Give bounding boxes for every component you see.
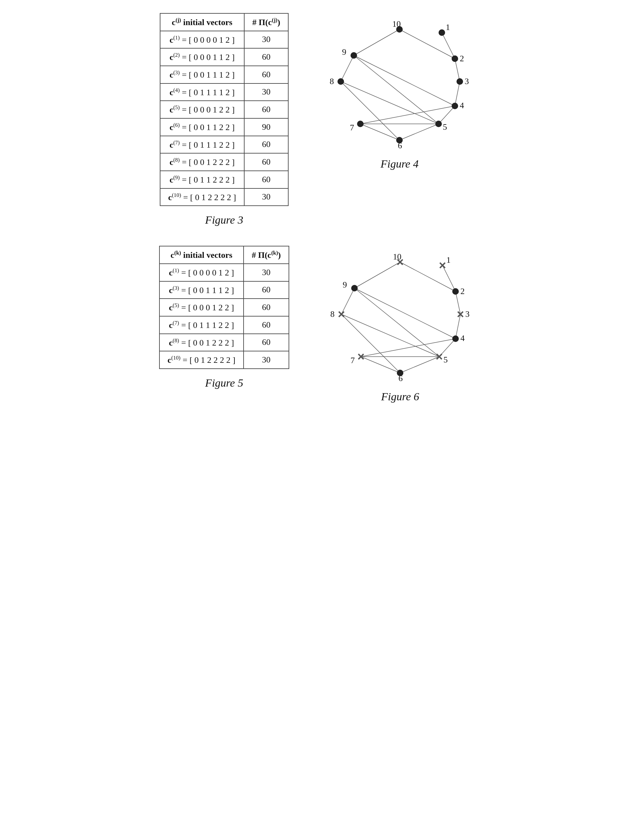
- f6-node-label-10: 10: [393, 252, 402, 262]
- fig3-row-2: c(3) = [ 0 0 1 1 1 2 ]60: [160, 66, 288, 83]
- node-label-3: 3: [465, 77, 469, 86]
- fig3-row-0: c(1) = [ 0 0 0 0 1 2 ]30: [160, 31, 288, 49]
- node-8: [337, 78, 344, 85]
- node-label-8: 8: [330, 77, 334, 86]
- edge-9-8: [341, 55, 354, 81]
- fig3-row-3: c(4) = [ 0 1 1 1 1 2 ]30: [160, 83, 288, 101]
- node-label-4: 4: [460, 101, 464, 110]
- f6-edge-9-4: [354, 288, 455, 339]
- f6-node-label-8: 8: [330, 309, 334, 319]
- figure6-svg: 1 2 3 4 5 6 7 8 9 10: [315, 246, 485, 383]
- node-label-1: 1: [446, 23, 450, 32]
- fig3-cell-vector-2: c(3) = [ 0 0 1 1 1 2 ]: [160, 66, 244, 83]
- node-2: [452, 55, 458, 62]
- fig5-cell-vector-0: c(1) = [ 0 0 0 0 1 2 ]: [159, 264, 244, 281]
- fig3-cell-count-7: 60: [244, 153, 288, 171]
- f6-edge-10-9: [354, 262, 400, 288]
- fig5-row-1: c(3) = [ 0 0 1 1 1 2 ]60: [159, 281, 289, 299]
- figure3-block: c(j) initial vectors # Π(c(j)) c(1) = [ …: [160, 13, 289, 226]
- fig3-cell-count-4: 60: [244, 101, 288, 118]
- fig5-row-4: c(8) = [ 0 0 1 2 2 2 ]60: [159, 334, 289, 351]
- fig3-col1-header: c(j) initial vectors: [160, 13, 244, 31]
- figure3-label: Figure 3: [205, 214, 243, 226]
- f6-edge-10-2: [400, 262, 455, 291]
- edge-8-5: [341, 81, 439, 124]
- f6-edge-6-5: [400, 357, 439, 373]
- edge-9-4: [354, 55, 455, 106]
- fig3-cell-vector-8: c(9) = [ 0 1 1 2 2 2 ]: [160, 171, 244, 188]
- fig5-col1-header: c(k) initial vectors: [159, 246, 244, 264]
- fig3-cell-vector-7: c(8) = [ 0 0 1 2 2 2 ]: [160, 153, 244, 171]
- fig3-cell-count-0: 30: [244, 31, 288, 49]
- f6-node-label-3: 3: [465, 309, 469, 319]
- edge-6-5: [399, 124, 439, 140]
- fig3-cell-count-9: 30: [244, 188, 288, 206]
- fig3-row-7: c(8) = [ 0 0 1 2 2 2 ]60: [160, 153, 288, 171]
- figure4-svg: 1 2 3 4 5 6 7 8 9 10: [315, 13, 484, 150]
- fig3-col2-header: # Π(c(j)): [244, 13, 288, 31]
- figure4-label: Figure 4: [380, 158, 419, 170]
- f6-edge-9-5: [354, 288, 439, 357]
- fig3-row-8: c(9) = [ 0 1 1 2 2 2 ]60: [160, 171, 288, 188]
- f6-edge-3-4: [455, 314, 460, 339]
- fig5-cell-vector-5: c(10) = [ 0 1 2 2 2 2 ]: [159, 351, 244, 369]
- node-3: [457, 78, 463, 85]
- fig3-cell-count-2: 60: [244, 66, 288, 83]
- node-label-5: 5: [443, 122, 447, 132]
- fig5-cell-count-1: 60: [244, 281, 289, 299]
- fig5-row-2: c(5) = [ 0 0 0 1 2 2 ]60: [159, 299, 289, 316]
- f6-node-label-6: 6: [399, 374, 403, 383]
- fig3-cell-count-1: 60: [244, 48, 288, 66]
- f6-node-label-2: 2: [460, 286, 465, 296]
- f6-edge-9-8: [341, 288, 354, 314]
- figure4-block: 1 2 3 4 5 6 7 8 9 10 Figure 4: [315, 13, 484, 226]
- fig5-cell-count-4: 60: [244, 334, 289, 351]
- f6-node-label-7: 7: [351, 356, 355, 365]
- f6-node-label-9: 9: [343, 280, 347, 289]
- f6-node-label-1: 1: [446, 255, 451, 265]
- f6-node-4: [452, 335, 459, 342]
- fig5-cell-vector-2: c(5) = [ 0 0 0 1 2 2 ]: [159, 299, 244, 316]
- fig3-row-4: c(5) = [ 0 0 0 1 2 2 ]60: [160, 101, 288, 118]
- node-label-6: 6: [398, 141, 402, 150]
- fig5-col2-header: # Π(c(k)): [244, 246, 289, 264]
- edge-10-9: [354, 29, 399, 55]
- fig5-cell-count-5: 30: [244, 351, 289, 369]
- figure3-table: c(j) initial vectors # Π(c(j)) c(1) = [ …: [160, 13, 289, 206]
- figure5-block: c(k) initial vectors # Π(c(k)) c(1) = [ …: [159, 246, 289, 403]
- fig3-cell-vector-9: c(10) = [ 0 1 2 2 2 2 ]: [160, 188, 244, 206]
- edge-10-2: [399, 29, 455, 59]
- edge-3-4: [455, 81, 460, 106]
- fig5-row-0: c(1) = [ 0 0 0 0 1 2 ]30: [159, 264, 289, 281]
- edge-9-5: [354, 55, 439, 124]
- figure6-block: 1 2 3 4 5 6 7 8 9 10 Figure 6: [315, 246, 485, 403]
- fig3-cell-count-3: 30: [244, 83, 288, 101]
- fig3-cell-vector-1: c(2) = [ 0 0 0 1 1 2 ]: [160, 48, 244, 66]
- node-label-2: 2: [460, 54, 464, 63]
- figure5-label: Figure 5: [205, 377, 243, 389]
- f6-edge-8-5: [341, 314, 439, 357]
- fig5-cell-count-3: 60: [244, 316, 289, 334]
- edge-1-2: [442, 32, 455, 59]
- fig3-cell-count-6: 60: [244, 136, 288, 153]
- fig3-cell-count-8: 60: [244, 171, 288, 188]
- f6-edge-7-6: [361, 357, 400, 373]
- node-4: [452, 103, 458, 109]
- edge-7-6: [360, 124, 399, 140]
- fig3-cell-vector-3: c(4) = [ 0 1 1 1 1 2 ]: [160, 83, 244, 101]
- f6-node-label-4: 4: [460, 334, 465, 343]
- fig3-row-1: c(2) = [ 0 0 0 1 1 2 ]60: [160, 48, 288, 66]
- figure4-graph: 1 2 3 4 5 6 7 8 9 10: [315, 13, 484, 150]
- figure6-label: Figure 6: [381, 390, 419, 403]
- f6-edge-1-2: [443, 265, 455, 291]
- edge-8-6: [341, 81, 399, 140]
- fig3-row-5: c(6) = [ 0 0 1 1 2 2 ]90: [160, 118, 288, 136]
- fig3-row-9: c(10) = [ 0 1 2 2 2 2 ]30: [160, 188, 288, 206]
- fig5-row-3: c(7) = [ 0 1 1 1 2 2 ]60: [159, 316, 289, 334]
- fig3-cell-count-5: 90: [244, 118, 288, 136]
- row-1: c(j) initial vectors # Π(c(j)) c(1) = [ …: [20, 13, 624, 226]
- figure5-table: c(k) initial vectors # Π(c(k)) c(1) = [ …: [159, 246, 289, 369]
- node-1: [439, 29, 445, 36]
- f6-node-9: [351, 285, 358, 291]
- row-2: c(k) initial vectors # Π(c(k)) c(1) = [ …: [20, 246, 624, 403]
